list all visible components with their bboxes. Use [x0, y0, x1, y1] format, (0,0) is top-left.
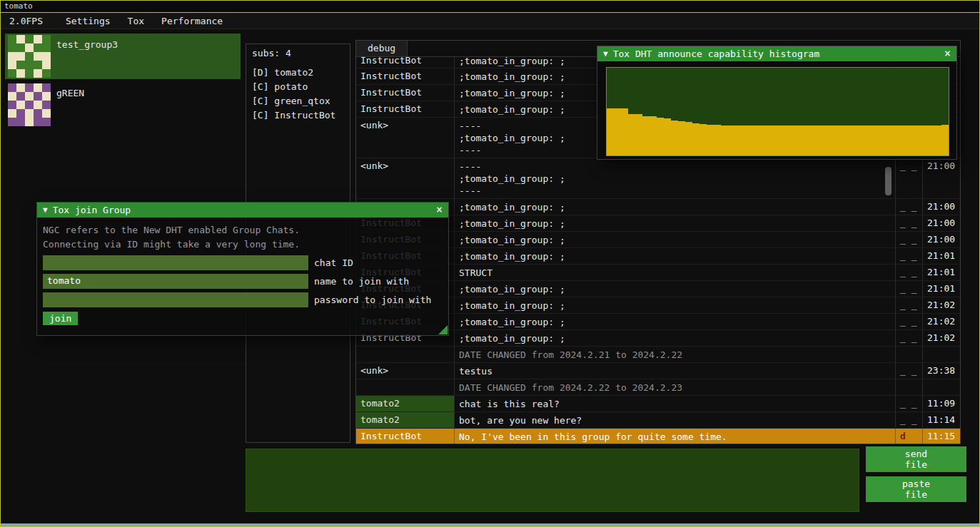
menu-item-tox[interactable]: Tox — [119, 13, 153, 29]
author-cell: InstructBot — [356, 57, 455, 68]
menu-item-2-0fps[interactable]: 2.0FPS — [1, 13, 51, 29]
histogram-bar — [899, 126, 906, 155]
histogram-bar — [714, 125, 721, 155]
chat-message-row[interactable]: <unk>testus_ _23:38 — [356, 363, 960, 379]
avatar-pixel — [34, 35, 42, 44]
histogram-bar — [849, 126, 856, 155]
avatar-pixel — [42, 44, 51, 52]
histogram-bar — [856, 126, 863, 155]
time-cell: 21:01 — [923, 248, 960, 264]
message-line: ;tomato_in_group: ; — [459, 283, 891, 295]
time-cell: 21:02 — [923, 297, 960, 313]
histogram-bar — [642, 116, 650, 155]
menu-bar: 2.0FPSSettingsToxPerformance — [1, 13, 979, 29]
histogram-bar — [621, 108, 628, 155]
avatar-pixel — [42, 35, 51, 44]
message-cell: No, I've been in this group for quite so… — [455, 429, 896, 444]
avatar-pixel — [8, 118, 16, 126]
histogram-bar — [707, 125, 714, 155]
join-titlebar[interactable]: ▼ Tox join Group × — [37, 203, 448, 218]
message-line: testus — [459, 365, 891, 377]
button-line: paste — [902, 479, 930, 489]
avatar-pixel — [8, 92, 16, 101]
join-input-chat-id[interactable] — [43, 255, 308, 270]
join-input-name-to-join-with[interactable]: tomato — [43, 274, 308, 289]
join-field-label: chat ID — [314, 257, 353, 268]
join-window-body: NGC refers to the New DHT enabled Group … — [37, 218, 448, 331]
group-list: test_group3gREEN — [5, 34, 241, 131]
time-cell: 21:02 — [923, 314, 960, 329]
date-changed-row: DATE CHANGED from 2024.2.21 to 2024.2.22 — [356, 347, 960, 363]
avatar-pixel — [8, 69, 16, 78]
join-info-line: Connecting via ID might take a very long… — [43, 237, 443, 252]
group-item-green[interactable]: gREEN — [5, 82, 241, 128]
histogram-bar — [941, 125, 949, 155]
histogram-collapse-arrow-icon[interactable]: ▼ — [603, 49, 608, 58]
chat-message-row[interactable]: InstructBotNo, I've been in this group f… — [356, 429, 960, 444]
chat-message-row[interactable]: <unk>----;tomato_in_group: ;----_ _21:00 — [356, 158, 960, 199]
message-cell: testus — [455, 363, 896, 379]
histogram-bar — [920, 126, 927, 155]
subs-list-item[interactable]: [C] green_qtox — [252, 94, 344, 108]
message-line: STRUCT — [459, 267, 891, 279]
send-file-button[interactable]: sendfile — [866, 446, 966, 472]
histogram-bar — [771, 126, 778, 155]
flags-cell: _ _ — [896, 265, 923, 280]
subs-list-item[interactable]: [D] tomato2 — [252, 66, 344, 80]
message-line: ---- — [459, 160, 891, 173]
avatar-pixel — [42, 118, 51, 126]
group-item-test-group3[interactable]: test_group3 — [5, 34, 241, 79]
group-avatar — [8, 83, 51, 126]
join-collapse-arrow-icon[interactable]: ▼ — [43, 205, 48, 215]
bottom-border-strip — [1, 523, 979, 526]
message-cell: bot, are you new here? — [455, 412, 896, 428]
histogram-bar — [842, 126, 849, 155]
message-line: chat is this real? — [459, 398, 891, 410]
join-input-password-to-join-with[interactable] — [43, 292, 308, 307]
join-button[interactable]: join — [43, 312, 78, 325]
histogram-bar — [814, 126, 821, 155]
avatar-pixel — [34, 92, 42, 101]
flags-cell: _ _ — [896, 396, 923, 411]
join-close-icon[interactable]: × — [436, 205, 443, 215]
chat-message-row[interactable]: tomato2chat is this real?_ _11:09 — [356, 396, 960, 412]
histogram-titlebar[interactable]: ▼ Tox DHT announce capability histogram … — [597, 46, 956, 61]
histogram-close-icon[interactable]: × — [944, 48, 951, 59]
histogram-bar — [913, 126, 920, 155]
paste-file-button[interactable]: pastefile — [866, 476, 966, 502]
chat-message-row[interactable]: tomato2bot, are you new here?_ _11:14 — [356, 412, 960, 429]
avatar-pixel — [16, 118, 25, 126]
message-cell: ;tomato_in_group: ; — [455, 248, 896, 264]
avatar-pixel — [8, 109, 16, 118]
avatar-pixel — [16, 83, 25, 92]
chat-scrollbar-thumb[interactable] — [885, 167, 891, 195]
histogram-bar — [685, 122, 692, 155]
histogram-bar — [671, 121, 678, 155]
flags-cell: _ _ — [896, 281, 923, 297]
avatar-pixel — [25, 35, 34, 44]
histogram-bar — [863, 126, 870, 155]
avatar-pixel — [25, 109, 34, 118]
message-cell: ;tomato_in_group: ; — [455, 314, 896, 329]
subs-list-item[interactable]: [C] InstructBot — [252, 108, 344, 123]
window-resize-grip[interactable] — [438, 325, 448, 334]
flags-cell: _ _ — [896, 199, 923, 215]
histogram-bar — [828, 126, 835, 155]
histogram-bar — [835, 126, 842, 155]
author-cell: InstructBot — [356, 429, 455, 444]
flags-cell: _ _ — [896, 248, 923, 264]
message-line: No, I've been in this group for quite so… — [459, 431, 891, 443]
message-input[interactable] — [246, 449, 859, 512]
avatar-pixel — [16, 101, 25, 109]
menu-item-settings[interactable]: Settings — [57, 13, 119, 29]
author-cell: InstructBot — [356, 101, 455, 117]
button-line: send — [905, 449, 927, 459]
subs-list-item[interactable]: [C] potato — [252, 80, 344, 94]
menu-item-performance[interactable]: Performance — [153, 13, 231, 29]
histogram-bar — [792, 126, 799, 155]
time-cell: 21:00 — [923, 232, 960, 247]
tab-debug[interactable]: debug — [356, 41, 408, 56]
avatar-pixel — [8, 44, 16, 52]
window-titlebar[interactable]: tomato — [1, 1, 979, 13]
avatar-pixel — [25, 52, 34, 61]
